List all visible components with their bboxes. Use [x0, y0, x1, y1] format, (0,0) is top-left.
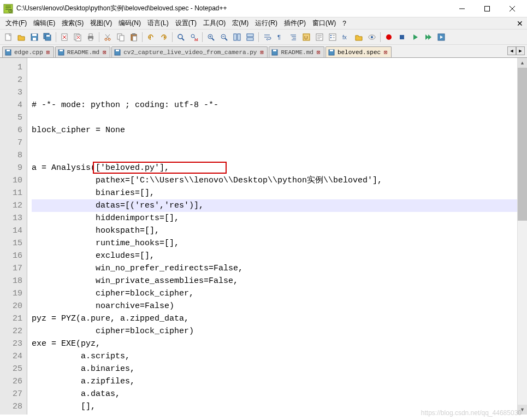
save-all-button[interactable]: [42, 31, 54, 43]
scroll-thumb[interactable]: [518, 68, 527, 221]
svg-point-66: [371, 36, 373, 38]
svg-rect-73: [60, 50, 63, 51]
tab-4[interactable]: beloved.spec⊠: [325, 46, 392, 57]
tab-close-icon[interactable]: ⊠: [101, 49, 108, 56]
record-macro-button[interactable]: [383, 31, 395, 43]
menu-tools[interactable]: 工具(O): [200, 17, 229, 29]
indent-guide-button[interactable]: [287, 31, 299, 43]
save-macro-button[interactable]: [435, 31, 447, 43]
svg-rect-59: [329, 34, 336, 40]
menu-run[interactable]: 运行(R): [252, 17, 281, 29]
svg-point-67: [386, 34, 392, 40]
menu-encoding[interactable]: 编码(N): [115, 17, 144, 29]
code-line: # -*- mode: python ; coding: utf-8 -*-: [32, 99, 525, 111]
menu-plugins[interactable]: 插件(P): [281, 17, 309, 29]
tab-2[interactable]: cv2_capture_live_video_from_camera.py⊠: [111, 46, 268, 57]
svg-rect-12: [46, 35, 50, 37]
code-line: excludes=[],: [32, 250, 525, 262]
zoom-in-button[interactable]: [205, 31, 217, 43]
close-button[interactable]: [500, 0, 525, 17]
play-macro-button[interactable]: [409, 31, 421, 43]
folder-view-button[interactable]: [353, 31, 365, 43]
vertical-scrollbar[interactable]: ▲ ▼: [517, 58, 527, 415]
code-line: hiddenimports=[],: [32, 212, 525, 224]
copy-button[interactable]: [115, 31, 127, 43]
menu-view[interactable]: 视图(V): [87, 17, 115, 29]
redo-button[interactable]: [158, 31, 170, 43]
monitor-button[interactable]: [366, 31, 378, 43]
svg-line-42: [225, 38, 227, 40]
tab-1[interactable]: README.md⊠: [55, 46, 110, 57]
doc-map-button[interactable]: [313, 31, 325, 43]
tab-next-button[interactable]: ►: [516, 46, 525, 55]
tab-label: cv2_capture_live_video_from_camera.py: [123, 49, 257, 56]
code-area[interactable]: # -*- mode: python ; coding: utf-8 -*-bl…: [27, 58, 527, 415]
tab-3[interactable]: README.md⊠: [269, 46, 324, 57]
svg-rect-21: [89, 34, 92, 36]
menu-language[interactable]: 语言(L): [144, 17, 172, 29]
svg-line-38: [212, 38, 214, 40]
menu-macro[interactable]: 宏(M): [229, 17, 252, 29]
code-line: a.datas,: [32, 388, 525, 400]
menu-settings[interactable]: 设置(T): [172, 17, 200, 29]
undo-button[interactable]: [145, 31, 157, 43]
wrap-button[interactable]: [261, 31, 273, 43]
stop-macro-button[interactable]: [396, 31, 408, 43]
tab-label: edge.cpp: [14, 49, 43, 56]
code-line: cipher=block_cipher): [32, 325, 525, 338]
menu-search[interactable]: 搜索(S): [58, 17, 87, 29]
tab-close-icon[interactable]: ⊠: [382, 49, 389, 56]
line-number: 10: [0, 174, 22, 187]
line-gutter[interactable]: 1234567891011121314151617181920212223242…: [0, 58, 27, 415]
show-all-chars-button[interactable]: ¶: [274, 31, 286, 43]
tabbar: edge.cpp⊠README.md⊠cv2_capture_live_vide…: [0, 45, 527, 58]
close-file-button[interactable]: [58, 31, 70, 43]
print-button[interactable]: [85, 31, 97, 43]
user-lang-button[interactable]: U: [300, 31, 312, 43]
play-multi-button[interactable]: [422, 31, 434, 43]
svg-rect-71: [7, 50, 10, 51]
minimize-button[interactable]: [449, 0, 475, 17]
func-list-button[interactable]: fx: [340, 31, 352, 43]
zoom-out-button[interactable]: [218, 31, 230, 43]
code-line: a = Analysis(['beloved.py'],: [32, 162, 525, 174]
save-button[interactable]: [28, 31, 40, 43]
svg-rect-3: [485, 6, 490, 11]
open-file-button[interactable]: [15, 31, 27, 43]
tab-close-icon[interactable]: ⊠: [315, 49, 322, 56]
doc-list-button[interactable]: [327, 31, 339, 43]
menu-help[interactable]: ?: [339, 19, 350, 28]
tab-prev-button[interactable]: ◄: [507, 46, 516, 55]
line-number: 9: [0, 162, 22, 174]
tab-close-icon[interactable]: ⊠: [45, 49, 51, 56]
tab-0[interactable]: edge.cpp⊠: [2, 46, 54, 57]
sync-h-button[interactable]: [244, 31, 256, 43]
line-number: 12: [0, 199, 22, 212]
menu-edit[interactable]: 编辑(E): [30, 17, 58, 29]
svg-rect-0: [4, 4, 13, 13]
cut-button[interactable]: [102, 31, 114, 43]
code-line: noarchive=False): [32, 300, 525, 312]
close-all-button[interactable]: [72, 31, 84, 43]
find-button[interactable]: [175, 31, 187, 43]
paste-button[interactable]: [128, 31, 140, 43]
scroll-up-button[interactable]: ▲: [518, 58, 527, 68]
sync-v-button[interactable]: [231, 31, 243, 43]
menu-window[interactable]: 窗口(W): [309, 17, 339, 29]
line-number: 2: [0, 74, 22, 86]
code-line: hookspath=[],: [32, 224, 525, 237]
tab-close-icon[interactable]: ⊠: [258, 49, 265, 56]
line-number: 24: [0, 350, 22, 363]
new-file-button[interactable]: [2, 31, 14, 43]
svg-text:U: U: [304, 35, 308, 40]
titlebar: C:\Users\lenovo\Desktop\python实例\beloved…: [0, 0, 527, 17]
code-line: a.zipfiles,: [32, 375, 525, 388]
menubar-close-icon[interactable]: ✕: [515, 19, 525, 28]
line-number: 16: [0, 250, 22, 262]
replace-button[interactable]: ab: [188, 31, 200, 43]
maximize-button[interactable]: [475, 0, 500, 17]
svg-rect-47: [247, 38, 253, 40]
svg-rect-22: [89, 38, 92, 40]
svg-rect-28: [120, 36, 124, 41]
menu-file[interactable]: 文件(F): [2, 17, 30, 29]
